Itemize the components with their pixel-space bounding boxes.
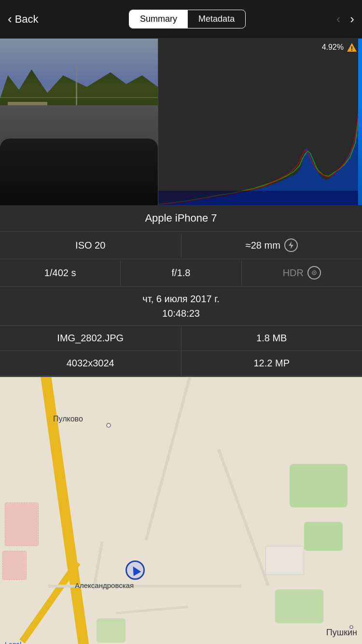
pulkovo-label: Пулково (53, 415, 83, 423)
aperture-value: f/1.8 (121, 261, 241, 285)
iso-value: ISO 20 (0, 233, 181, 258)
photo-dashboard (0, 139, 158, 205)
tab-summary[interactable]: Summary (129, 10, 188, 28)
overexposed-bar (358, 39, 362, 205)
focal-length-cell: ≈28 mm (181, 232, 362, 259)
hdr-icon (307, 266, 321, 280)
back-button[interactable]: ‹ Back (8, 12, 39, 27)
filename-value: IMG_2802.JPG (0, 326, 181, 350)
media-row: 4.92% ! (0, 39, 362, 205)
green-area-4 (97, 618, 125, 643)
pink-area-2 (2, 551, 27, 580)
aleksandrovskaya-label: Александровская (75, 581, 134, 589)
focal-length-value: ≈28 mm (246, 240, 280, 251)
road-small-2 (116, 605, 188, 614)
megapixels-value: 12.2 MP (181, 351, 362, 376)
svg-marker-3 (289, 241, 293, 249)
pulkovo-dot (106, 423, 111, 428)
header: ‹ Back Summary Metadata ‹ › (0, 0, 362, 39)
green-area-3 (275, 589, 323, 623)
hdr-value: HDR (283, 267, 304, 279)
filesize-value: 1.8 MB (181, 326, 362, 350)
flash-icon (284, 238, 298, 252)
pushkin-label: Пушкин (326, 628, 357, 638)
tab-metadata[interactable]: Metadata (188, 10, 245, 28)
map-background: Пулково Пушкин Александровская Legal (0, 377, 362, 644)
next-arrow-icon[interactable]: › (350, 12, 354, 27)
location-arrow-icon (129, 564, 141, 576)
tab-group: Summary Metadata (129, 10, 246, 28)
prev-arrow-icon[interactable]: ‹ (336, 12, 341, 27)
svg-text:!: ! (351, 45, 353, 52)
green-area-1 (290, 464, 348, 507)
shutter-value: 1/402 s (0, 261, 121, 285)
location-marker (125, 560, 145, 580)
road-diagonal-2 (217, 449, 269, 586)
photo-windshield (0, 97, 158, 98)
histogram-panel: 4.92% ! (158, 39, 362, 205)
photo-panel (0, 39, 158, 205)
dimensions-mp-row: 4032x3024 12.2 MP (0, 351, 362, 376)
warning-triangle-icon: ! (347, 42, 357, 52)
shutter-aperture-row: 1/402 s f/1.8 HDR (0, 259, 362, 287)
date-time-cell: чт, 6 июля 2017 г. 10:48:23 (0, 287, 362, 326)
pink-area-1 (5, 503, 39, 546)
hdr-cell: HDR (242, 259, 362, 286)
iso-focal-row: ISO 20 ≈28 mm (0, 232, 362, 259)
nav-arrows: ‹ › (336, 12, 354, 27)
back-label: Back (15, 13, 39, 26)
building-block-1 (265, 546, 304, 575)
date-line1: чт, 6 июля 2017 г. (5, 292, 357, 306)
svg-rect-2 (158, 191, 358, 205)
device-name: Apple iPhone 7 (0, 205, 362, 232)
secondary-road-yellow (19, 560, 80, 644)
filename-size-row: IMG_2802.JPG 1.8 MB (0, 326, 362, 351)
legal-link[interactable]: Legal (5, 641, 21, 644)
overexposed-pct: 4.92% (322, 43, 344, 52)
marker-circle (125, 560, 145, 580)
svg-point-5 (313, 272, 315, 274)
histogram-warning: 4.92% ! (322, 42, 357, 52)
road-diagonal-1 (145, 377, 191, 541)
photo-image (0, 39, 158, 205)
map-area[interactable]: Пулково Пушкин Александровская Legal (0, 377, 362, 644)
dimensions-value: 4032x3024 (0, 351, 181, 376)
chevron-left-icon: ‹ (8, 12, 12, 27)
green-area-2 (304, 522, 343, 551)
date-line2: 10:48:23 (5, 306, 357, 321)
histogram-chart (158, 109, 358, 205)
camera-info-table: Apple iPhone 7 ISO 20 ≈28 mm 1/402 s f/1… (0, 205, 362, 377)
